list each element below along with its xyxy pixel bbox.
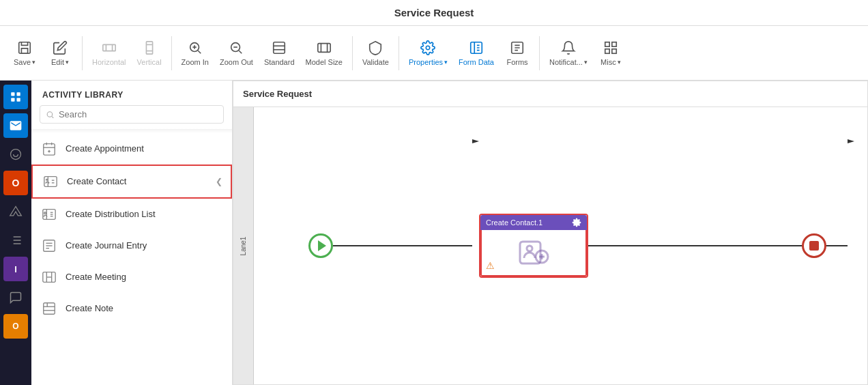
notifications-button[interactable]: Notificat... ▾ [545,38,592,69]
outlook-icon[interactable]: O [3,314,28,339]
toolbar: Save ▾ Edit ▾ Horizontal Vertical Zoom I… [0,26,868,81]
form-data-button[interactable]: Form Data [454,38,498,69]
integrify-icon[interactable]: I [3,257,28,281]
svg-rect-24 [605,48,609,53]
create-meeting-label: Create Meeting [66,272,224,283]
zoom-in-button[interactable]: Zoom In [177,38,213,69]
chat-icon[interactable] [3,285,28,310]
model-size-label: Model Size [306,58,343,66]
save-label: Save ▾ [14,58,35,66]
svg-marker-71 [848,139,854,143]
svg-rect-17 [318,43,330,52]
create-appointment-icon [40,139,59,158]
node-body-contact-icon [517,236,550,269]
lane-content: Create Contact.1 [254,107,867,384]
create-contact-label: Create Contact [67,176,209,188]
activity-item-create-appointment[interactable]: Create Appointment [31,133,232,165]
create-journal-entry-label: Create Journal Entry [66,240,224,252]
svg-line-12 [240,51,242,53]
forms-label: Forms [506,58,527,66]
list-icon[interactable] [3,228,28,253]
dynamics-icon[interactable] [3,142,28,167]
chevron-right-icon: ❮ [216,177,222,186]
activity-item-create-note[interactable]: Create Note [31,293,232,324]
misc-button[interactable]: Misc ▾ [594,38,627,69]
svg-rect-4 [146,41,152,53]
create-note-label: Create Note [66,303,224,315]
apps-icon[interactable] [3,85,28,109]
svg-rect-39 [44,144,55,156]
validate-label: Validate [362,58,389,66]
create-contact-icon [41,172,60,191]
page-title: Service Request [394,7,474,18]
create-distribution-list-label: Create Distribution List [66,209,224,220]
svg-rect-64 [44,303,55,315]
node-title: Create Contact.1 [486,218,542,227]
svg-rect-25 [612,48,616,53]
search-box[interactable] [40,105,224,124]
standard-label: Standard [264,58,295,66]
svg-rect-14 [274,42,285,53]
create-distribution-list-icon [40,205,59,224]
model-size-button[interactable]: Model Size [302,38,347,69]
create-contact-node[interactable]: Create Contact.1 [479,214,588,278]
end-square-icon [809,241,819,251]
node-settings-icon[interactable] [572,218,581,227]
lane-label: Lane1 [240,236,247,255]
svg-marker-69 [472,139,479,143]
search-icon [46,110,55,119]
create-journal-entry-icon [40,236,59,255]
properties-button[interactable]: Properties ▾ [405,38,452,69]
save-button[interactable]: Save ▾ [8,38,41,69]
horizontal-label: Horizontal [92,58,126,66]
svg-rect-19 [471,42,482,53]
main-layout: O I O ACTIVITY LIBRARY [0,81,868,385]
end-node[interactable] [802,233,826,258]
node-header: Create Contact.1 [480,215,587,230]
office-icon[interactable]: O [3,171,28,195]
activity-item-create-journal-entry[interactable]: Create Journal Entry [31,230,232,261]
svg-rect-28 [11,98,14,102]
forms-button[interactable]: Forms [501,38,534,69]
edit-button[interactable]: Edit ▾ [44,38,76,69]
zoom-in-label: Zoom In [182,58,209,66]
activity-item-create-contact[interactable]: Create Contact ❮ [31,165,232,199]
search-input[interactable] [59,109,218,119]
svg-point-30 [11,149,21,160]
activity-item-create-distribution-list[interactable]: Create Distribution List [31,199,232,230]
node-body: ⚠ [480,230,587,276]
svg-point-18 [426,46,431,50]
email-icon[interactable] [3,113,28,138]
notifications-label: Notificat... ▾ [549,58,588,66]
standard-button[interactable]: Standard [260,38,299,69]
title-bar: Service Request [0,0,868,26]
activity-panel: ACTIVITY LIBRARY Create Appointment Crea… [31,81,233,385]
canvas-label: Service Request [243,89,312,99]
svg-rect-0 [19,42,31,53]
activity-library-title: ACTIVITY LIBRARY [31,81,232,105]
svg-rect-1 [103,44,115,51]
zoom-out-label: Zoom Out [220,58,253,66]
activity-item-create-meeting[interactable]: Create Meeting [31,261,232,293]
vertical-label: Vertical [137,58,162,66]
drive-icon[interactable] [3,199,28,224]
canvas-title-bar: Service Request [233,81,867,107]
svg-rect-22 [605,42,609,46]
create-note-icon [40,299,59,318]
vertical-button[interactable]: Vertical [133,38,166,69]
validate-button[interactable]: Validate [358,38,393,69]
lane-row: Lane1 [233,107,867,384]
svg-point-72 [575,221,578,224]
svg-rect-27 [17,92,20,96]
activity-list: Create Appointment Create Contact ❮ Crea… [31,129,232,385]
start-node[interactable] [308,233,333,258]
create-meeting-icon [40,268,59,287]
left-sidebar: O I O [0,81,31,385]
properties-label: Properties ▾ [409,58,448,66]
svg-rect-23 [612,42,616,46]
svg-rect-29 [17,98,20,102]
zoom-out-button[interactable]: Zoom Out [216,38,257,69]
horizontal-button[interactable]: Horizontal [88,38,130,69]
create-appointment-label: Create Appointment [66,143,224,155]
form-data-label: Form Data [459,58,494,66]
